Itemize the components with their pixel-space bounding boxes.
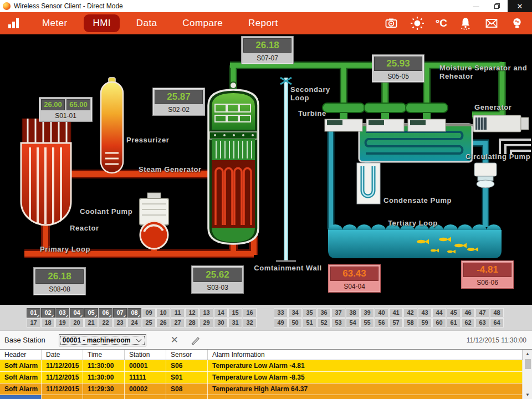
station-cell-27[interactable]: 27 bbox=[171, 318, 185, 328]
station-cell-60[interactable]: 60 bbox=[432, 318, 446, 328]
clear-button[interactable]: ✕ bbox=[171, 334, 178, 346]
station-cell-07[interactable]: 07✓ bbox=[113, 308, 127, 318]
station-cell-06[interactable]: 06✓ bbox=[99, 308, 112, 318]
station-cell-49[interactable]: 49 bbox=[274, 318, 288, 328]
station-cell-46[interactable]: 46 bbox=[461, 308, 475, 318]
tab-data[interactable]: Data bbox=[127, 14, 166, 32]
tab-hmi[interactable]: HMI bbox=[84, 14, 119, 32]
station-cell-56[interactable]: 56 bbox=[375, 318, 388, 328]
station-cell-09[interactable]: 09 bbox=[142, 308, 156, 318]
sensor-box-S01-01[interactable]: 26.00 65.00 S01-01 bbox=[39, 97, 93, 122]
station-cell-30[interactable]: 30 bbox=[214, 318, 228, 328]
sensor-box-S04-04[interactable]: 63.43 S04-04 bbox=[328, 264, 381, 293]
station-cell-14[interactable]: 14 bbox=[214, 308, 228, 318]
station-cell-53[interactable]: 53 bbox=[331, 318, 345, 328]
station-cell-38[interactable]: 38 bbox=[346, 308, 360, 318]
station-cell-08[interactable]: 08✓ bbox=[127, 308, 141, 318]
station-cell-33[interactable]: 33 bbox=[274, 308, 288, 318]
station-cell-13[interactable]: 13 bbox=[200, 308, 213, 318]
tab-report[interactable]: Report bbox=[239, 14, 287, 32]
close-button[interactable]: ✕ bbox=[508, 0, 532, 12]
station-cell-57[interactable]: 57 bbox=[389, 318, 403, 328]
lightbulb-icon[interactable] bbox=[510, 16, 524, 30]
station-cell-18[interactable]: 18 bbox=[41, 318, 55, 328]
mail-icon[interactable] bbox=[484, 17, 499, 30]
station-cell-23[interactable]: 23 bbox=[113, 318, 127, 328]
alarm-row[interactable]: Soft Alarm11/12/201511:29:3000002S08Temp… bbox=[0, 383, 523, 395]
sensor-box-S02-02[interactable]: 25.87 S02-02 bbox=[152, 88, 205, 116]
station-cell-52[interactable]: 52 bbox=[317, 318, 331, 328]
minimize-button[interactable]: — bbox=[466, 0, 487, 12]
station-cell-64[interactable]: 64 bbox=[490, 318, 504, 328]
camera-icon[interactable] bbox=[383, 17, 399, 30]
tab-meter[interactable]: Meter bbox=[33, 14, 76, 32]
station-cell-55[interactable]: 55 bbox=[360, 318, 374, 328]
station-cell-20[interactable]: 20 bbox=[70, 318, 84, 328]
restore-button[interactable] bbox=[487, 0, 508, 12]
station-cell-42[interactable]: 42 bbox=[403, 308, 417, 318]
alarm-row-partial[interactable] bbox=[0, 395, 523, 399]
station-cell-61[interactable]: 61 bbox=[447, 318, 461, 328]
station-cell-32[interactable]: 32 bbox=[243, 318, 257, 328]
station-cell-05[interactable]: 05✓ bbox=[84, 308, 98, 318]
station-cell-35[interactable]: 35 bbox=[303, 308, 316, 318]
scroll-down-button[interactable]: ▼ bbox=[525, 391, 530, 399]
alarm-cell: 11:29:30 bbox=[83, 383, 125, 395]
alarm-row[interactable]: Soft Alarm11/12/201511:30:0000001S06Temp… bbox=[0, 360, 523, 372]
station-cell-02[interactable]: 02✓ bbox=[41, 308, 55, 318]
station-cell-58[interactable]: 58 bbox=[403, 318, 417, 328]
station-cell-44[interactable]: 44 bbox=[432, 308, 446, 318]
station-cell-10[interactable]: 10 bbox=[156, 308, 170, 318]
station-cell-47[interactable]: 47 bbox=[475, 308, 489, 318]
sensor-box-S07-07[interactable]: 26.18 S07-07 bbox=[241, 36, 294, 64]
station-cell-01[interactable]: 01✓ bbox=[27, 308, 40, 318]
station-cell-29[interactable]: 29 bbox=[200, 318, 213, 328]
station-cell-48[interactable]: 48 bbox=[490, 308, 504, 318]
base-station-select[interactable]: 00001 - machineroom bbox=[59, 334, 146, 346]
tab-compare[interactable]: Compare bbox=[173, 14, 232, 32]
station-cell-21[interactable]: 21 bbox=[84, 318, 98, 328]
station-cell-15[interactable]: 15 bbox=[228, 308, 242, 318]
sensor-box-S03-03[interactable]: 25.62 S03-03 bbox=[191, 265, 244, 294]
sensor-box-S05-05[interactable]: 25.93 S05-05 bbox=[372, 54, 424, 83]
edit-pencil-icon[interactable] bbox=[190, 334, 202, 346]
station-cell-04[interactable]: 04✓ bbox=[70, 308, 84, 318]
station-cell-26[interactable]: 26 bbox=[156, 318, 170, 328]
station-cell-16[interactable]: 16 bbox=[243, 308, 257, 318]
station-cell-51[interactable]: 51 bbox=[303, 318, 316, 328]
station-number: 05 bbox=[88, 309, 94, 316]
celsius-icon[interactable]: °C bbox=[436, 17, 447, 29]
station-cell-63[interactable]: 63 bbox=[475, 318, 489, 328]
alarm-bell-icon[interactable] bbox=[458, 16, 473, 30]
station-cell-36[interactable]: 36 bbox=[317, 308, 331, 318]
sensor-box-S06-06[interactable]: -4.81 S06-06 bbox=[461, 260, 514, 289]
station-cell-43[interactable]: 43 bbox=[418, 308, 432, 318]
station-cell-24[interactable]: 24 bbox=[127, 318, 141, 328]
station-cell-34[interactable]: 34 bbox=[288, 308, 302, 318]
station-cell-12[interactable]: 12 bbox=[185, 308, 199, 318]
station-cell-39[interactable]: 39 bbox=[360, 308, 374, 318]
station-cell-37[interactable]: 37 bbox=[331, 308, 345, 318]
station-cell-25[interactable]: 25 bbox=[142, 318, 156, 328]
station-cell-31[interactable]: 31 bbox=[228, 318, 242, 328]
brightness-icon[interactable] bbox=[410, 16, 425, 30]
station-cell-03[interactable]: 03✓ bbox=[55, 308, 69, 318]
station-cell-41[interactable]: 41 bbox=[389, 308, 403, 318]
station-cell-62[interactable]: 62 bbox=[461, 318, 475, 328]
station-grid-left: 01✓02✓03✓04✓05✓06✓07✓08✓0910111213141516… bbox=[27, 308, 257, 328]
station-cell-28[interactable]: 28 bbox=[185, 318, 199, 328]
alarm-row[interactable]: Soft Alarm11/12/201511:30:0011111S01Temp… bbox=[0, 372, 523, 383]
station-cell-45[interactable]: 45 bbox=[447, 308, 461, 318]
station-cell-50[interactable]: 50 bbox=[288, 318, 302, 328]
table-scrollbar[interactable]: ▲ ▼ bbox=[523, 350, 532, 399]
station-cell-11[interactable]: 11 bbox=[171, 308, 185, 318]
station-cell-17[interactable]: 17 bbox=[27, 318, 40, 328]
station-cell-59[interactable]: 59 bbox=[418, 318, 432, 328]
sensor-box-S08-08[interactable]: 26.18 S08-08 bbox=[33, 267, 86, 295]
scroll-up-button[interactable]: ▲ bbox=[525, 350, 530, 358]
station-cell-22[interactable]: 22 bbox=[99, 318, 112, 328]
station-cell-19[interactable]: 19 bbox=[55, 318, 69, 328]
scroll-thumb[interactable] bbox=[525, 359, 531, 369]
station-cell-54[interactable]: 54 bbox=[346, 318, 360, 328]
station-cell-40[interactable]: 40 bbox=[375, 308, 388, 318]
